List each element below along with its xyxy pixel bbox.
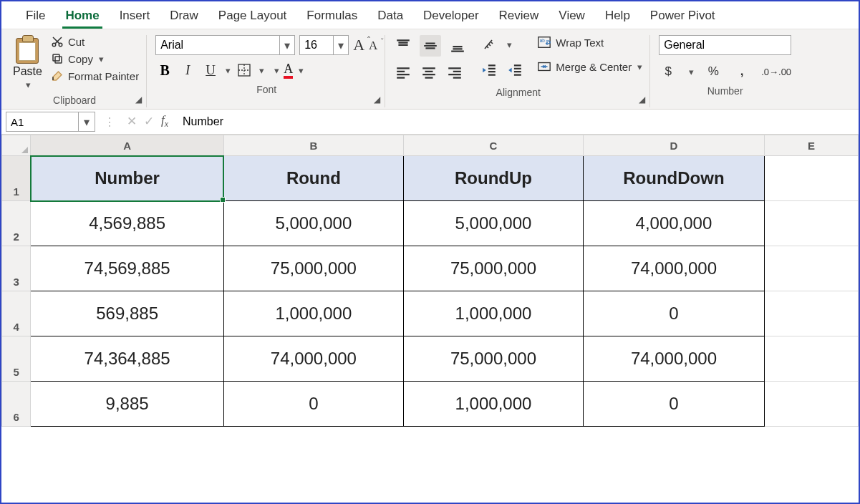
font-color-button[interactable]: A: [284, 62, 293, 79]
cell-A6[interactable]: 9,885: [31, 382, 223, 427]
chevron-down-icon[interactable]: ▾: [687, 67, 694, 77]
cell-B1[interactable]: Round: [223, 156, 403, 201]
dialog-launcher-icon[interactable]: ◢: [374, 94, 380, 105]
col-header-B[interactable]: B: [223, 135, 403, 156]
align-left-button[interactable]: [394, 64, 412, 82]
row-header-5[interactable]: 5: [2, 336, 31, 382]
row-header-3[interactable]: 3: [2, 246, 31, 291]
number-format-combo[interactable]: [659, 35, 791, 55]
cell-E6[interactable]: [764, 382, 858, 427]
cell-C5[interactable]: 75,000,000: [403, 336, 583, 382]
align-middle-button[interactable]: [420, 35, 441, 57]
menu-tab-view[interactable]: View: [549, 4, 595, 29]
select-all-corner[interactable]: [2, 135, 31, 156]
cell-A2[interactable]: 4,569,885: [31, 201, 223, 246]
row-header-6[interactable]: 6: [2, 382, 31, 427]
menu-tab-help[interactable]: Help: [595, 4, 640, 29]
cell-C3[interactable]: 75,000,000: [403, 246, 583, 291]
chevron-down-icon[interactable]: ▾: [258, 65, 264, 76]
menu-tab-draw[interactable]: Draw: [160, 4, 208, 29]
underline-button[interactable]: U: [201, 61, 220, 79]
percent-button[interactable]: %: [704, 62, 723, 81]
cell-C6[interactable]: 1,000,000: [403, 382, 583, 427]
paste-button[interactable]: Paste ▾: [10, 35, 45, 90]
accounting-format-button[interactable]: $: [659, 62, 677, 81]
cell-D4[interactable]: 0: [584, 291, 765, 336]
align-center-button[interactable]: [420, 64, 438, 82]
comma-button[interactable]: ,: [733, 62, 751, 81]
dialog-launcher-icon[interactable]: ◢: [135, 94, 142, 105]
menu-tab-page-layout[interactable]: Page Layout: [208, 4, 296, 29]
orientation-button[interactable]: [480, 35, 498, 54]
menu-tab-insert[interactable]: Insert: [110, 4, 160, 29]
cell-C1[interactable]: RoundUp: [403, 156, 583, 201]
menu-tab-home[interactable]: Home: [55, 4, 109, 29]
formula-input[interactable]: [175, 112, 859, 131]
col-header-A[interactable]: A: [31, 135, 223, 156]
row-header-2[interactable]: 2: [2, 201, 31, 246]
chevron-down-icon[interactable]: ▾: [333, 36, 348, 54]
italic-button[interactable]: I: [178, 61, 197, 79]
menu-tab-power-pivot[interactable]: Power Pivot: [640, 4, 725, 29]
menu-tab-developer[interactable]: Developer: [413, 4, 489, 29]
col-header-E[interactable]: E: [764, 135, 858, 156]
cell-D2[interactable]: 4,000,000: [584, 201, 765, 246]
font-size-input[interactable]: [300, 36, 333, 54]
format-painter-button[interactable]: Format Painter: [51, 69, 139, 82]
menu-tab-file[interactable]: File: [16, 4, 55, 29]
cell-D5[interactable]: 74,000,000: [584, 336, 765, 382]
cell-C4[interactable]: 1,000,000: [403, 291, 583, 336]
font-name-input[interactable]: [156, 36, 279, 54]
cell-ref-input[interactable]: [6, 112, 78, 131]
name-box[interactable]: ▾: [6, 112, 95, 132]
cell-C2[interactable]: 5,000,000: [403, 201, 583, 246]
chevron-down-icon[interactable]: ▾: [78, 112, 95, 131]
cell-E1[interactable]: [764, 156, 858, 201]
borders-button[interactable]: [235, 61, 253, 79]
fx-icon[interactable]: fx: [161, 113, 168, 130]
increase-font-button[interactable]: Aˆ: [353, 37, 364, 53]
cell-B5[interactable]: 74,000,000: [223, 336, 403, 382]
menu-tab-data[interactable]: Data: [367, 4, 413, 29]
cell-E5[interactable]: [764, 336, 858, 382]
chevron-down-icon[interactable]: ▾: [297, 65, 304, 76]
bold-button[interactable]: B: [155, 61, 174, 79]
cell-A3[interactable]: 74,569,885: [31, 246, 223, 291]
cell-E2[interactable]: [764, 201, 858, 246]
decrease-indent-button[interactable]: [480, 61, 498, 79]
menu-tab-formulas[interactable]: Formulas: [296, 4, 367, 29]
col-header-C[interactable]: C: [403, 135, 583, 156]
cell-D3[interactable]: 74,000,000: [584, 246, 765, 291]
cell-D1[interactable]: RoundDown: [584, 156, 765, 201]
merge-center-button[interactable]: Merge & Center ▾: [537, 59, 642, 74]
cell-D6[interactable]: 0: [584, 382, 765, 427]
cut-button[interactable]: Cut: [51, 35, 139, 48]
row-header-4[interactable]: 4: [2, 291, 31, 336]
cell-B2[interactable]: 5,000,000: [223, 201, 403, 246]
chevron-down-icon[interactable]: ▾: [224, 65, 231, 76]
decrease-font-button[interactable]: Aˇ: [369, 39, 377, 52]
dialog-launcher-icon[interactable]: ◢: [639, 94, 645, 105]
increase-indent-button[interactable]: [506, 61, 524, 79]
align-right-button[interactable]: [445, 64, 464, 82]
font-size-combo[interactable]: ▾: [299, 35, 349, 55]
cell-B3[interactable]: 75,000,000: [223, 246, 403, 291]
font-name-combo[interactable]: ▾: [155, 35, 295, 55]
worksheet-grid[interactable]: ABCDE1NumberRoundRoundUpRoundDown24,569,…: [1, 135, 859, 427]
cell-E4[interactable]: [764, 291, 858, 336]
increase-decimal-button[interactable]: .0→.00: [761, 62, 791, 81]
number-format-input[interactable]: [660, 36, 776, 54]
row-header-1[interactable]: 1: [2, 156, 31, 201]
chevron-down-icon[interactable]: ▾: [273, 65, 279, 76]
cell-A1[interactable]: Number: [31, 156, 223, 201]
enter-icon[interactable]: ✓: [144, 114, 154, 129]
align-bottom-button[interactable]: [448, 37, 467, 55]
cell-E3[interactable]: [764, 246, 858, 291]
cell-A4[interactable]: 569,885: [31, 291, 223, 336]
cell-A5[interactable]: 74,364,885: [31, 336, 223, 382]
cell-B6[interactable]: 0: [223, 382, 403, 427]
align-top-button[interactable]: [394, 37, 412, 55]
cancel-icon[interactable]: ✕: [127, 114, 137, 129]
chevron-down-icon[interactable]: ▾: [279, 36, 294, 54]
wrap-text-button[interactable]: ab Wrap Text: [537, 35, 642, 49]
